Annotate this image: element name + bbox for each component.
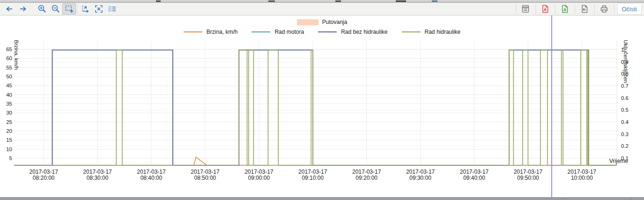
- y-left-tick-label: 30: [6, 110, 12, 115]
- x-tick-date: 2017-03-17: [406, 169, 435, 175]
- chart-canvas[interactable]: 656055504540353025201510510.90.80.70.60.…: [0, 15, 644, 197]
- forward-arrow-icon: [18, 4, 28, 14]
- legend-label: Brzina, km/h: [207, 29, 238, 35]
- export-file-icon: [580, 4, 589, 14]
- chart-toolbar: Očisti: [0, 2, 644, 15]
- x-tick-date: 2017-03-17: [244, 169, 274, 175]
- x-tick-time: 09:40:00: [463, 175, 485, 181]
- report-button[interactable]: [517, 3, 534, 15]
- x-tick-time: 09:10:00: [302, 175, 324, 181]
- tracking-chart-window: Očisti 656055504540353025201510510.90.80…: [0, 0, 644, 200]
- zoom-in-button[interactable]: [35, 3, 49, 15]
- toolbar-left-group: [2, 3, 119, 15]
- x-tick-date: 2017-03-17: [568, 169, 597, 175]
- toolbar-right-group: Očisti: [515, 3, 642, 15]
- zoom-area-select-icon: [65, 4, 74, 14]
- print-button[interactable]: [596, 3, 613, 15]
- engine-line-swatch: [252, 31, 270, 32]
- x-tick-time: 09:30:00: [409, 175, 431, 181]
- legend-label: Rad bez hidraulike: [341, 29, 387, 35]
- y-right-tick-label: 0.7: [621, 83, 629, 89]
- zoom-out-button[interactable]: [49, 3, 62, 15]
- y-left-tick-label: 35: [6, 101, 12, 107]
- clipped-pixel-mark: [156, 0, 161, 2]
- zoom-x-axis-button[interactable]: [78, 3, 92, 15]
- legend-item-hydraulics: Rad hidraulike: [402, 29, 461, 35]
- clipped-pixel-mark: [396, 0, 406, 2]
- legend-list-icon: [108, 4, 117, 14]
- zoom-in-icon: [37, 4, 47, 14]
- x-tick-time: 09:00:00: [248, 175, 270, 181]
- fit-chart-icon: [94, 4, 104, 14]
- x-tick-date: 2017-03-17: [83, 169, 112, 175]
- back-button[interactable]: [2, 3, 16, 15]
- bottom-bar-notch: [564, 198, 565, 200]
- zoom-area-select-button[interactable]: [62, 3, 76, 15]
- y-left-tick-label: 55: [6, 65, 12, 70]
- zoom-x-axis-icon: [81, 4, 90, 14]
- report-icon: [521, 4, 530, 14]
- y-left-tick-label: 25: [6, 119, 12, 125]
- clipped-pixel-mark: [432, 0, 437, 2]
- legend-item-speed: Brzina, km/h: [184, 29, 238, 35]
- trips-band-swatch: [297, 19, 318, 25]
- chart-panel: 656055504540353025201510510.90.80.70.60.…: [0, 15, 644, 197]
- y-left-axis-title: Brzina, km/h: [14, 40, 19, 70]
- clipped-pixel-mark: [335, 0, 341, 2]
- y-right-tick-label: 0.3: [621, 131, 629, 137]
- legend-list-button[interactable]: [105, 3, 119, 15]
- x-tick-time: 08:20:00: [33, 175, 55, 181]
- pdf-file-icon: [540, 4, 550, 14]
- clear-button[interactable]: Očisti: [617, 3, 642, 15]
- y-left-tick-label: 5: [9, 155, 12, 161]
- y-right-axis-title: Uključen/Isključen: [623, 40, 629, 83]
- export-excel-button[interactable]: [556, 3, 574, 15]
- no-hydraulics-line-swatch: [318, 31, 337, 32]
- legend-label: Rad motora: [274, 29, 304, 35]
- window-bottom-bar: [0, 197, 644, 200]
- y-left-tick-label: 65: [6, 46, 12, 52]
- legend-item-engine: Rad motora: [252, 29, 304, 35]
- x-tick-date: 2017-03-17: [30, 169, 59, 175]
- fit-chart-button[interactable]: [92, 3, 105, 15]
- x-tick-date: 2017-03-17: [352, 169, 381, 175]
- y-right-tick-label: 0.6: [621, 95, 629, 101]
- y-right-tick-label: 0.5: [621, 107, 629, 113]
- x-tick-time: 08:40:00: [141, 175, 163, 181]
- legend-item-trips: Putovanja: [297, 19, 347, 25]
- clipped-pixel-mark: [268, 0, 275, 2]
- x-tick-time: 08:50:00: [194, 175, 216, 181]
- x-tick-date: 2017-03-17: [514, 169, 543, 175]
- x-tick-time: 10:00:00: [571, 175, 593, 181]
- legend-series-row: Brzina, km/h Rad motora Rad bez hidrauli…: [0, 29, 644, 35]
- legend-label: Rad hidraulike: [425, 29, 461, 35]
- y-left-tick-label: 20: [6, 128, 12, 134]
- x-axis-title: Vrijeme: [609, 158, 629, 164]
- y-left-tick-label: 60: [6, 55, 12, 61]
- y-left-tick-label: 50: [6, 74, 12, 79]
- excel-file-icon: [560, 4, 570, 14]
- forward-button[interactable]: [16, 3, 30, 15]
- y-left-tick-label: 10: [6, 146, 12, 152]
- y-left-tick-label: 15: [6, 137, 12, 143]
- y-left-tick-label: 40: [6, 92, 12, 98]
- print-icon: [600, 4, 609, 14]
- x-tick-date: 2017-03-17: [137, 169, 166, 175]
- x-tick-date: 2017-03-17: [460, 169, 489, 175]
- export-pdf-button[interactable]: [537, 3, 554, 15]
- legend-label: Putovanja: [322, 19, 347, 25]
- y-left-tick-label: 45: [6, 83, 12, 88]
- x-tick-time: 09:20:00: [355, 175, 378, 181]
- export-file-button[interactable]: [576, 3, 593, 15]
- x-tick-time: 09:50:00: [517, 175, 539, 181]
- y-right-tick-label: 0.4: [621, 119, 629, 125]
- y-right-tick-label: 0.2: [621, 143, 629, 149]
- zoom-out-icon: [51, 4, 60, 14]
- x-tick-date: 2017-03-17: [298, 169, 327, 175]
- x-tick-time: 08:30:00: [87, 175, 109, 181]
- bottom-bar-notch: [631, 198, 632, 200]
- x-tick-date: 2017-03-17: [191, 169, 220, 175]
- back-arrow-icon: [5, 4, 14, 14]
- speed-line-swatch: [184, 31, 202, 32]
- legend-item-no-hydraulics: Rad bez hidraulike: [318, 29, 387, 35]
